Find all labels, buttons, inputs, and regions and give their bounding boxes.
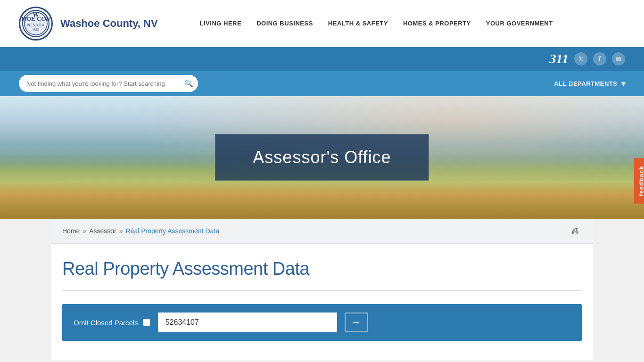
breadcrumb-sep-2: » bbox=[119, 227, 123, 235]
twitter-icon[interactable]: 𝕏 bbox=[574, 52, 587, 66]
logo-area: WASHOE COUNTY NEVADA 1861 W Washoe Count… bbox=[19, 7, 177, 40]
nav-living-here[interactable]: LIVING HERE bbox=[200, 20, 242, 27]
phone-number: 311 bbox=[550, 51, 569, 66]
search-icon-btn[interactable]: 🔍 bbox=[184, 79, 193, 88]
search-input-wrapper: 🔍 bbox=[19, 75, 198, 92]
all-departments-btn[interactable]: ALL DEPARTMENTS ▾ bbox=[554, 79, 625, 88]
breadcrumb-sep-1: » bbox=[83, 227, 86, 235]
search-input[interactable] bbox=[19, 75, 198, 92]
svg-text:W: W bbox=[33, 11, 39, 18]
nav-homes-property[interactable]: HOMES & PROPERTY bbox=[403, 20, 471, 27]
chevron-down-icon: ▾ bbox=[621, 79, 626, 88]
top-header: WASHOE COUNTY NEVADA 1861 W Washoe Count… bbox=[0, 0, 644, 47]
breadcrumb-assessor[interactable]: Assessor bbox=[89, 227, 116, 235]
site-name: Washoe County, NV bbox=[60, 17, 158, 30]
search-bar: 🔍 ALL DEPARTMENTS ▾ bbox=[0, 71, 644, 96]
page-title: Real Property Assessment Data bbox=[62, 259, 582, 279]
nav-doing-business[interactable]: DOING BUSINESS bbox=[256, 20, 313, 27]
go-button[interactable]: → bbox=[345, 313, 368, 332]
breadcrumb-home[interactable]: Home bbox=[62, 227, 80, 235]
parcel-number-input[interactable] bbox=[158, 313, 337, 332]
hero-section: Assessor's Office bbox=[0, 96, 644, 219]
breadcrumb: Home » Assessor » Real Property Assessme… bbox=[51, 219, 593, 244]
svg-text:NEVADA: NEVADA bbox=[27, 23, 45, 27]
feedback-tab[interactable]: feedback bbox=[634, 158, 644, 204]
omit-label-text: Omit Closed Parcels bbox=[74, 319, 138, 327]
hero-title-box: Assessor's Office bbox=[215, 134, 429, 181]
main-nav: LIVING HERE DOING BUSINESS HEALTH & SAFE… bbox=[200, 20, 625, 27]
search-form: Omit Closed Parcels → bbox=[62, 304, 582, 341]
nav-health-safety[interactable]: HEALTH & SAFETY bbox=[328, 20, 388, 27]
nav-your-government[interactable]: YOUR GOVERNMENT bbox=[486, 20, 553, 27]
page-content: Real Property Assessment Data Omit Close… bbox=[51, 244, 593, 360]
email-icon[interactable]: ✉ bbox=[612, 52, 625, 66]
social-bar: 311 𝕏 f ✉ bbox=[0, 47, 644, 71]
divider bbox=[62, 290, 582, 291]
omit-closed-parcels-checkbox[interactable] bbox=[143, 319, 150, 326]
svg-text:1861: 1861 bbox=[32, 28, 40, 32]
logo-circle: WASHOE COUNTY NEVADA 1861 W bbox=[19, 7, 53, 41]
breadcrumb-current[interactable]: Real Property Assessment Data bbox=[126, 227, 219, 235]
omit-closed-parcels-label: Omit Closed Parcels bbox=[74, 319, 150, 327]
hero-title: Assessor's Office bbox=[253, 148, 391, 167]
all-departments-label: ALL DEPARTMENTS bbox=[554, 80, 617, 87]
breadcrumb-links: Home » Assessor » Real Property Assessme… bbox=[62, 227, 219, 235]
content-area: Home » Assessor » Real Property Assessme… bbox=[51, 219, 593, 360]
facebook-icon[interactable]: f bbox=[593, 52, 606, 66]
print-icon[interactable]: 🖨 bbox=[569, 224, 582, 238]
